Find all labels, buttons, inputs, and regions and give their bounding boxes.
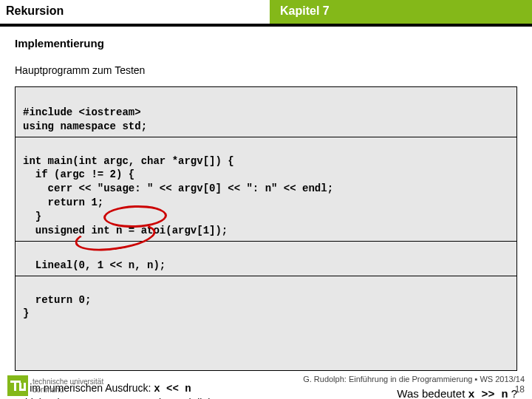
uni-line1: technische universität: [33, 378, 103, 386]
code-includes: #include <iostream> using namespace std;: [23, 106, 147, 132]
footer-credit: G. Rudolph: Einführung in die Programmie…: [303, 375, 525, 383]
code-main-start: int main(int argc, char *argv[]) { if (a…: [23, 155, 333, 236]
slide-header: Rekursion Kapitel 7: [0, 0, 532, 24]
header-topic: Rekursion: [0, 0, 270, 24]
section-title: Implementierung: [15, 37, 517, 50]
tu-logo-icon: [7, 375, 28, 396]
slide-content: Implementierung Hauptprogramm zum Testen…: [0, 24, 532, 399]
university-name: technische universität dortmund: [33, 378, 103, 394]
code-lineal-call: Lineal(0, 1 << n, n);: [23, 259, 166, 271]
header-chapter: Kapitel 7: [270, 0, 532, 24]
section-subtitle: Hauptprogramm zum Testen: [15, 64, 517, 76]
uni-line2: dortmund: [33, 386, 64, 394]
code-return: return 0; }: [23, 294, 91, 320]
code-block: #include <iostream> using namespace std;…: [15, 86, 517, 371]
code-divider-3: [16, 276, 516, 276]
page-number: 18: [515, 384, 525, 395]
university-logo: technische universität dortmund: [7, 375, 103, 396]
footer-credit-wrap: G. Rudolph: Einführung in die Programmie…: [303, 374, 525, 396]
slide-footer: technische universität dortmund G. Rudol…: [0, 369, 532, 399]
code-divider-1: [16, 137, 516, 137]
header-underline: [0, 24, 532, 27]
